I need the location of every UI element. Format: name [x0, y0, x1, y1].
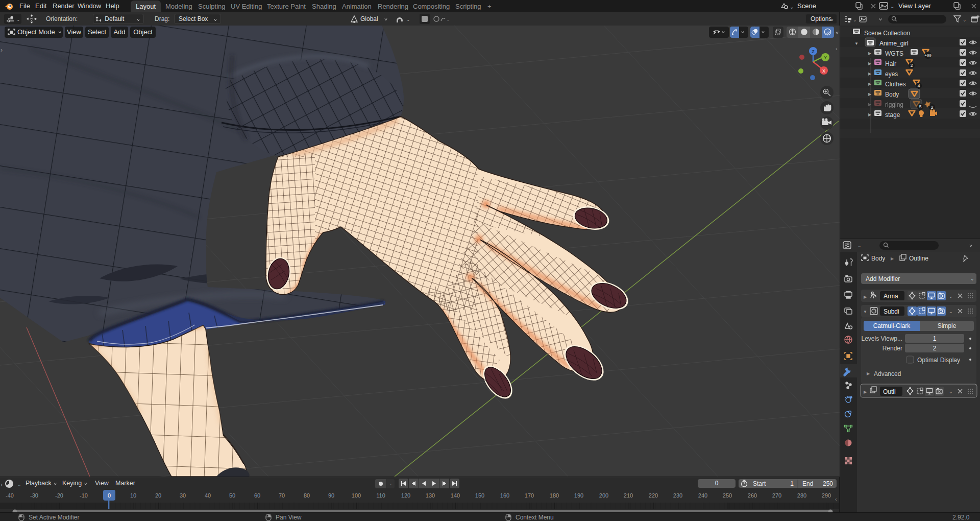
svg-text:-10: -10 — [80, 492, 88, 499]
svg-text:280: 280 — [797, 492, 806, 499]
svg-text:Body: Body — [885, 91, 899, 98]
svg-text:0: 0 — [108, 492, 111, 499]
svg-text:210: 210 — [624, 492, 633, 499]
svg-text:Body: Body — [871, 255, 885, 262]
svg-text:140: 140 — [451, 492, 460, 499]
svg-text:160: 160 — [500, 492, 509, 499]
svg-text:-40: -40 — [6, 492, 14, 499]
svg-text:250: 250 — [723, 492, 732, 499]
svg-text:⌄: ⌄ — [963, 17, 967, 22]
svg-text:20: 20 — [155, 492, 161, 499]
svg-text:Start: Start — [753, 480, 766, 487]
svg-text:Levels Viewp...: Levels Viewp... — [862, 335, 903, 342]
svg-text:220: 220 — [649, 492, 658, 499]
svg-text:⌄: ⌄ — [17, 482, 21, 487]
svg-text:10: 10 — [130, 492, 136, 499]
svg-text:2: 2 — [911, 63, 913, 68]
svg-text:⌄: ⌄ — [446, 17, 450, 22]
svg-text:▶: ▶ — [868, 112, 872, 117]
svg-text:90: 90 — [328, 492, 334, 499]
svg-text:Render: Render — [883, 345, 902, 352]
svg-text:⌄: ⌄ — [790, 4, 794, 10]
svg-text:X: X — [822, 68, 825, 74]
svg-text:▶: ▶ — [868, 82, 872, 86]
svg-text:4: 4 — [918, 83, 920, 88]
svg-text:Outli: Outli — [883, 388, 896, 395]
svg-text:120: 120 — [401, 492, 410, 499]
svg-text:50: 50 — [229, 492, 235, 499]
svg-text:Add Modifier: Add Modifier — [866, 275, 900, 282]
svg-text:End: End — [802, 480, 813, 487]
svg-text:100: 100 — [352, 492, 361, 499]
svg-text:Y: Y — [824, 55, 827, 60]
svg-text:▶: ▶ — [864, 295, 867, 299]
svg-text:▼: ▼ — [854, 41, 859, 46]
svg-text:2: 2 — [931, 105, 934, 110]
svg-text:30: 30 — [180, 492, 186, 499]
svg-text:240: 240 — [698, 492, 707, 499]
svg-text:WGTS: WGTS — [885, 50, 903, 57]
svg-text:▶: ▶ — [891, 256, 894, 261]
svg-text:⌄: ⌄ — [970, 276, 974, 281]
svg-text:Catmull-Clark: Catmull-Clark — [873, 322, 911, 329]
svg-text:Outline: Outline — [909, 255, 928, 262]
svg-text:270: 270 — [772, 492, 781, 499]
svg-text:260: 260 — [748, 492, 757, 499]
svg-text:+99: +99 — [924, 53, 932, 58]
svg-text:Hair: Hair — [885, 60, 896, 67]
svg-text:⌄: ⌄ — [406, 17, 410, 22]
svg-text:▶: ▶ — [867, 371, 870, 376]
svg-text:Optimal Display: Optimal Display — [917, 357, 960, 364]
svg-text:eyes: eyes — [885, 70, 898, 78]
svg-text:‹: ‹ — [836, 45, 838, 52]
svg-text:‹: ‹ — [835, 496, 837, 502]
svg-text:5: 5 — [919, 104, 922, 109]
svg-text:⌄: ⌄ — [949, 389, 953, 394]
svg-text:Scene Collection: Scene Collection — [864, 30, 910, 37]
svg-text:150: 150 — [475, 492, 484, 499]
svg-text:Simple: Simple — [938, 322, 957, 329]
svg-text:230: 230 — [673, 492, 682, 499]
svg-text:Anime_girl: Anime_girl — [879, 40, 909, 47]
svg-text:40: 40 — [205, 492, 211, 499]
svg-text:180: 180 — [550, 492, 559, 499]
svg-text:200: 200 — [599, 492, 608, 499]
svg-text:-30: -30 — [30, 492, 38, 499]
svg-text:▶: ▶ — [868, 61, 872, 66]
svg-text:Clothes: Clothes — [885, 81, 906, 88]
svg-text:⌄: ⌄ — [857, 243, 862, 248]
svg-text:2: 2 — [933, 345, 937, 352]
svg-text:130: 130 — [426, 492, 435, 499]
svg-text:▶: ▶ — [868, 72, 872, 76]
svg-text:60: 60 — [254, 492, 260, 499]
svg-text:▶: ▶ — [868, 102, 872, 107]
svg-text:290: 290 — [822, 492, 831, 499]
svg-text:▶: ▶ — [864, 390, 867, 394]
svg-text:170: 170 — [525, 492, 534, 499]
svg-text:1: 1 — [933, 335, 937, 342]
svg-text:Subdi: Subdi — [884, 308, 899, 315]
svg-text:⌄: ⌄ — [853, 17, 857, 22]
svg-text:▶: ▶ — [868, 92, 872, 97]
svg-text:70: 70 — [279, 492, 285, 499]
svg-text:⌄: ⌄ — [949, 294, 953, 299]
svg-text:▼: ▼ — [863, 310, 867, 314]
svg-text:-20: -20 — [55, 492, 63, 499]
svg-text:⌄: ⌄ — [949, 309, 953, 314]
svg-text:Z: Z — [812, 49, 815, 54]
svg-text:Advanced: Advanced — [874, 370, 901, 377]
svg-text:80: 80 — [304, 492, 310, 499]
svg-text:stage: stage — [885, 111, 900, 119]
svg-text:1: 1 — [790, 480, 794, 487]
svg-text:250: 250 — [823, 480, 833, 487]
svg-text:Arma: Arma — [884, 293, 898, 300]
svg-text:⌄: ⌄ — [16, 17, 20, 22]
svg-text:▶: ▶ — [868, 51, 872, 56]
svg-text:rigging: rigging — [885, 101, 903, 108]
svg-text:190: 190 — [574, 492, 583, 499]
svg-text:⌄: ⌄ — [890, 4, 894, 9]
svg-text:110: 110 — [376, 492, 385, 499]
